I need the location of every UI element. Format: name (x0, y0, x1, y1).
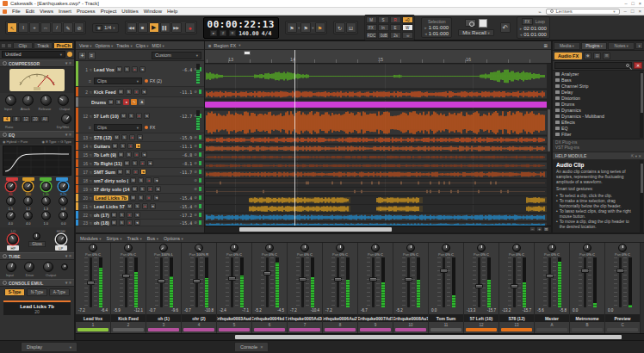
fast-forward-button[interactable]: ▶▶ (171, 22, 182, 33)
arm-button[interactable]: ● (132, 66, 138, 72)
tempo-display[interactable]: 140.00 (238, 30, 258, 37)
clip-lane[interactable] (205, 205, 551, 214)
phase-icon[interactable]: ⊘ (194, 170, 197, 174)
track-volume-db[interactable]: -6.4 (182, 67, 192, 72)
lane-icon[interactable]: ≡ (89, 125, 91, 130)
eq-gain-knob[interactable] (41, 196, 51, 206)
eq-q-knob[interactable] (59, 211, 68, 220)
phase-icon[interactable]: ⊘ (194, 135, 197, 139)
record-button[interactable]: ● (185, 22, 195, 33)
timeline-ruler[interactable]: 1314151617 (205, 50, 551, 64)
track-control-preset[interactable]: Custom▾ (152, 52, 201, 59)
display-tab[interactable]: Display▾ (21, 342, 77, 351)
track-name[interactable]: Lead Licks 7b (94, 195, 128, 201)
plugin-category[interactable]: Analyzer (553, 71, 644, 77)
phase-icon[interactable]: ⊘ (194, 90, 197, 94)
layout-icon[interactable]: ▤ (593, 53, 601, 59)
pan-knob[interactable] (618, 244, 627, 252)
strip-name[interactable]: Erthquke0003Aud6 (217, 314, 251, 322)
move-tool[interactable]: + (29, 22, 40, 33)
tube-drive-knob[interactable] (24, 262, 34, 272)
mix-RDC-button[interactable]: RDC (366, 32, 378, 39)
input-echo-button[interactable]: ◄ (135, 143, 141, 149)
pan-knob[interactable] (265, 244, 274, 252)
track-volume-db[interactable]: -11.1 (179, 90, 192, 95)
plugin-category[interactable]: Filter (553, 131, 644, 137)
metronome-icon[interactable]: ♯ (220, 30, 226, 36)
drywet-knob[interactable] (61, 114, 71, 124)
eq-freq-knob[interactable] (41, 182, 51, 191)
fx-bin-badge[interactable]: FX (2) (145, 78, 162, 84)
midi-icon[interactable]: ≡ (229, 30, 236, 36)
ratio-12-button[interactable]: 12 (22, 116, 30, 122)
pan-knob[interactable] (406, 244, 415, 252)
console-strip[interactable]: Pan 0% C -5.2-4.5 Erthquke0004kd 5 6 (252, 243, 288, 333)
ratio-20-button[interactable]: 20 (31, 116, 40, 122)
dock-icon[interactable] (1, 43, 6, 48)
compressor-output-knob[interactable] (58, 95, 69, 106)
strip-name[interactable]: Preview (605, 314, 640, 322)
eq-gain-knob[interactable] (59, 196, 68, 206)
erase-tool[interactable]: ⊘ (74, 22, 84, 33)
power-icon[interactable] (3, 61, 7, 65)
volume-fader[interactable] (443, 257, 445, 307)
phase-icon[interactable]: ⊘ (194, 152, 197, 157)
audio-clip[interactable] (205, 102, 551, 108)
hp-button[interactable]: HP (7, 245, 19, 251)
console-type-s-type[interactable]: S-Type (4, 288, 25, 296)
track-name[interactable]: Lead Licks 57 (94, 204, 125, 209)
mix-R-button[interactable]: R (390, 16, 401, 23)
console-strip[interactable]: Pan 0% C 0.0 Preview C (605, 243, 641, 333)
lp-button[interactable]: LP (55, 245, 67, 251)
eq-gain-knob[interactable] (6, 196, 15, 206)
automation-icon[interactable]: A (139, 99, 145, 105)
arm-button[interactable]: ● (127, 143, 133, 149)
input-echo-button[interactable]: ◄ (147, 160, 153, 166)
arm-button[interactable]: ● (136, 113, 142, 119)
plugin-category[interactable]: Dynamics (553, 107, 644, 113)
arm-button[interactable]: ● (133, 89, 139, 95)
browser-tab-notes[interactable]: Notes ▾ (608, 42, 635, 50)
track-row[interactable]: 22 ≈ oh (17) MS●◄ -17.2 ⊘ (76, 211, 204, 220)
console-menu-options[interactable]: Options ▾ (164, 236, 183, 241)
lo-shelf-knob[interactable] (8, 234, 18, 245)
strip-name[interactable]: Kick Feed (111, 314, 146, 322)
phase-icon[interactable]: ⊘ (194, 213, 197, 217)
menu-project[interactable]: Project (98, 9, 120, 14)
track-name[interactable]: Lead Vox (94, 67, 115, 72)
pan-knob[interactable] (195, 244, 203, 252)
mute-button[interactable]: M (130, 177, 136, 183)
wrench-icon[interactable]: ⌁ (538, 9, 542, 15)
phase-icon[interactable]: ⊘ (194, 161, 197, 165)
inspector-tab-proch[interactable]: ProCh (53, 42, 73, 49)
mute-button[interactable]: M (124, 160, 130, 166)
console-menu-bus[interactable]: Bus ▾ (147, 236, 158, 241)
console-menu-strips[interactable]: Strips ▾ (107, 236, 122, 241)
volume-fader[interactable] (125, 257, 127, 307)
playhead[interactable] (294, 50, 295, 226)
mute-button[interactable]: M (108, 99, 114, 105)
strip-name[interactable]: Erthquke0005Ad34 (288, 314, 322, 322)
console-strip[interactable]: Pan 0% C -7.2-6.4 Lead Vox 1 (76, 243, 111, 333)
phase-icon[interactable]: ⊘ (194, 204, 197, 208)
solo-button[interactable]: S (128, 113, 134, 119)
track-volume-db[interactable]: -15.4 (179, 204, 192, 209)
track-row[interactable]: 14 ≈ Guitars MS●◄ -11.1 ⊘ (76, 142, 204, 151)
track-row[interactable]: 15 ≈ 7b Left (9) MS●◄ -6.8 ⊘ (76, 151, 204, 159)
console-emulator-header[interactable]: CONSOLE EMUL▾≡ (0, 279, 74, 287)
clips-dropdown[interactable]: Clips▾ (94, 77, 142, 84)
mute-button[interactable]: M (127, 203, 133, 209)
track-volume-db[interactable]: -12.7 (179, 114, 192, 119)
solo-button[interactable]: S (115, 99, 121, 105)
clip-lane[interactable] (205, 64, 551, 90)
mute-button[interactable]: M (117, 169, 123, 175)
solo-button[interactable]: S (134, 203, 140, 209)
input-echo-button[interactable]: ◄ (144, 113, 150, 119)
track-row[interactable]: 16 ≈ 7b Right (11) MS●◄ -8.1 ⊘ (76, 159, 204, 168)
volume-fader[interactable] (407, 257, 410, 307)
console-strip[interactable]: Pan 0% C -13.2-15.7 S78 (12) 13 (499, 243, 535, 333)
close-button[interactable]: × (639, 1, 641, 6)
eq-freq-knob[interactable] (59, 182, 68, 191)
loop-from[interactable]: 02:01:000 (523, 26, 547, 31)
input-echo-button[interactable]: ◄ (141, 152, 147, 158)
